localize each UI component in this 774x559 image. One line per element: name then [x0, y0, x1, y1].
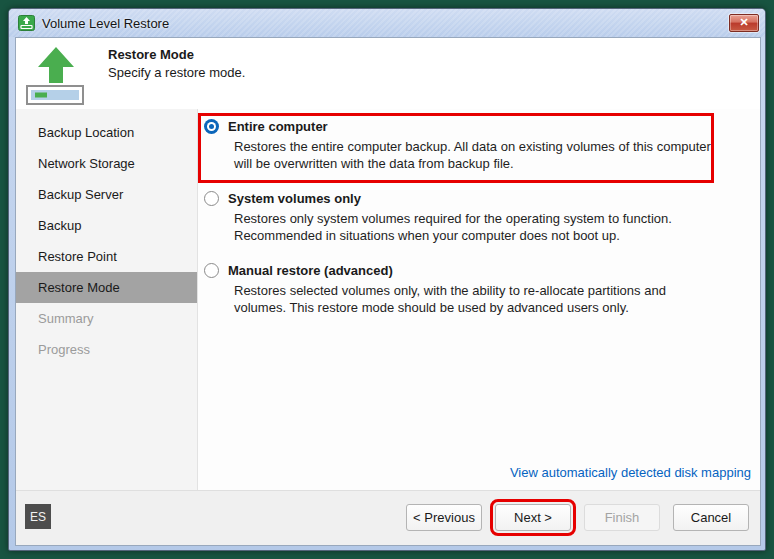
next-button[interactable]: Next > — [495, 504, 571, 531]
option-entire-computer[interactable]: Entire computer Restores the entire comp… — [198, 109, 760, 172]
dialog-body: Restore Mode Specify a restore mode. Bac… — [15, 37, 761, 546]
sidebar-item-network-storage[interactable]: Network Storage — [16, 148, 197, 179]
radio-manual-restore[interactable] — [204, 263, 219, 278]
sidebar-item-restore-point[interactable]: Restore Point — [16, 241, 197, 272]
dialog-window: Volume Level Restore ✕ Restore Mode Spec… — [8, 8, 766, 551]
wizard-header: Restore Mode Specify a restore mode. — [16, 38, 760, 109]
sidebar-item-summary: Summary — [16, 303, 197, 334]
finish-button: Finish — [584, 504, 660, 531]
wizard-buttons: < Previous Next > Finish Cancel — [406, 504, 749, 531]
previous-button[interactable]: < Previous — [406, 504, 482, 531]
step-title: Restore Mode — [108, 47, 194, 62]
volume-restore-icon — [24, 43, 88, 107]
radio-entire-computer[interactable] — [204, 119, 219, 134]
option-system-volumes-only[interactable]: System volumes only Restores only system… — [198, 181, 760, 244]
option-description: Restores the entire computer backup. All… — [234, 138, 721, 172]
sidebar-item-restore-mode[interactable]: Restore Mode — [16, 272, 197, 303]
language-indicator-badge[interactable]: ES — [25, 504, 51, 529]
restore-app-icon — [18, 15, 35, 31]
window-title: Volume Level Restore — [42, 16, 729, 31]
wizard-steps-sidebar: Backup Location Network Storage Backup S… — [16, 109, 198, 492]
option-label: Manual restore (advanced) — [228, 263, 393, 278]
sidebar-item-backup-server[interactable]: Backup Server — [16, 179, 197, 210]
close-button[interactable]: ✕ — [729, 14, 759, 32]
cancel-button[interactable]: Cancel — [673, 504, 749, 531]
sidebar-item-backup-location[interactable]: Backup Location — [16, 117, 197, 148]
restore-mode-options: Entire computer Restores the entire comp… — [198, 109, 760, 492]
wizard-main: Backup Location Network Storage Backup S… — [16, 109, 760, 492]
title-bar[interactable]: Volume Level Restore ✕ — [9, 9, 765, 37]
option-description: Restores selected volumes only, with the… — [234, 282, 721, 316]
sidebar-item-progress: Progress — [16, 334, 197, 365]
option-description: Restores only system volumes required fo… — [234, 210, 721, 244]
option-manual-restore[interactable]: Manual restore (advanced) Restores selec… — [198, 253, 760, 316]
wizard-footer: ES < Previous Next > Finish Cancel — [16, 490, 760, 545]
sidebar-item-backup[interactable]: Backup — [16, 210, 197, 241]
disk-mapping-link[interactable]: View automatically detected disk mapping — [510, 465, 751, 480]
radio-system-volumes-only[interactable] — [204, 191, 219, 206]
option-label: Entire computer — [228, 119, 328, 134]
step-subtitle: Specify a restore mode. — [108, 65, 245, 80]
option-label: System volumes only — [228, 191, 361, 206]
